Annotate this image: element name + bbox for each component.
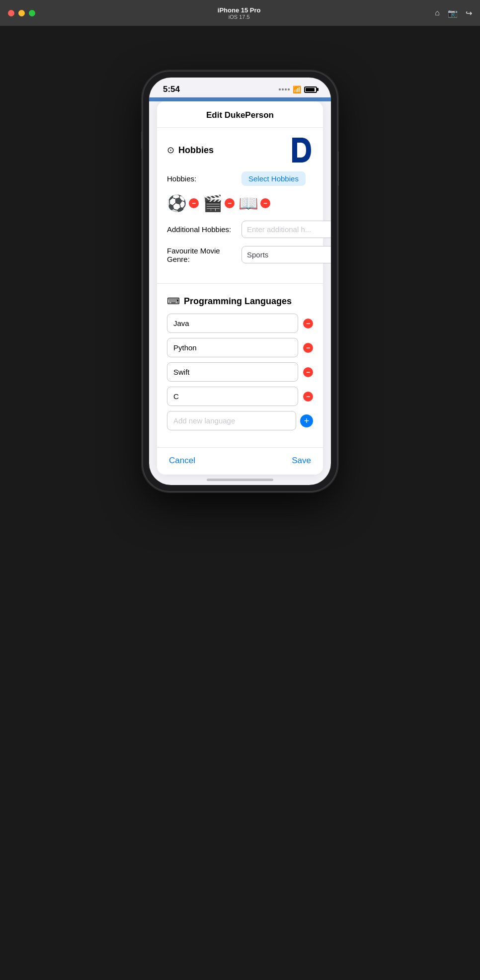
add-language-row: + xyxy=(167,411,313,430)
additional-label: Additional Hobbies: xyxy=(167,225,241,234)
remove-java-button[interactable]: − xyxy=(303,319,313,328)
genre-row: Favourite Movie Genre: xyxy=(167,246,313,263)
reading-emoji: 📖 xyxy=(239,194,258,213)
lang-item-java: − xyxy=(167,314,313,333)
hobbies-section-header: ⊙ Hobbies xyxy=(167,136,313,164)
remove-swift-button[interactable]: − xyxy=(303,367,313,377)
hobbies-label: Hobbies: xyxy=(167,174,241,183)
cancel-button[interactable]: Cancel xyxy=(169,456,195,466)
hobbies-icon: ⊙ xyxy=(167,145,174,156)
hobby-item-reading: 📖 − xyxy=(239,194,270,213)
hobbies-title-row: ⊙ Hobbies xyxy=(167,145,214,156)
signal-icon xyxy=(279,88,290,90)
section-divider xyxy=(157,283,323,284)
hobbies-select-row: Hobbies: Select Hobbies xyxy=(167,171,313,186)
duke-logo xyxy=(288,136,313,164)
add-language-input[interactable] xyxy=(167,411,296,430)
home-indicator xyxy=(207,479,273,481)
phone-wrapper: 5:54 📶 xyxy=(0,52,480,511)
remove-movies-button[interactable]: − xyxy=(225,198,235,208)
genre-label: Favourite Movie Genre: xyxy=(167,246,241,263)
phone-screen: 5:54 📶 xyxy=(149,78,331,485)
select-hobbies-button[interactable]: Select Hobbies xyxy=(241,171,306,186)
programming-title: Programming Languages xyxy=(184,296,292,307)
c-input[interactable] xyxy=(167,387,298,406)
hobbies-title: Hobbies xyxy=(178,145,214,156)
remove-reading-button[interactable]: − xyxy=(260,198,270,208)
lang-item-python: − xyxy=(167,338,313,357)
additional-hobbies-input[interactable] xyxy=(241,221,331,238)
modal-card: Edit DukePerson ⊙ Hobbies xyxy=(157,101,323,475)
remove-soccer-button[interactable]: − xyxy=(189,198,199,208)
minimize-dot[interactable] xyxy=(18,10,25,16)
additional-hobbies-row: Additional Hobbies: xyxy=(167,221,313,238)
mac-toolbar-controls: ⌂ 📷 ↪ xyxy=(435,8,472,18)
remove-c-button[interactable]: − xyxy=(303,392,313,402)
remove-python-button[interactable]: − xyxy=(303,343,313,353)
hobbies-section: ⊙ Hobbies Hobbies: xyxy=(157,128,323,279)
battery-icon xyxy=(304,86,317,93)
status-icons: 📶 xyxy=(279,85,317,93)
home-icon[interactable]: ⌂ xyxy=(435,8,440,18)
rotate-icon[interactable]: ↪ xyxy=(466,8,472,18)
save-button[interactable]: Save xyxy=(292,456,311,466)
add-language-button[interactable]: + xyxy=(300,414,313,427)
python-input[interactable] xyxy=(167,338,298,357)
device-name: iPhone 15 Pro xyxy=(43,6,435,14)
programming-title-row: ⌨ Programming Languages xyxy=(167,296,292,307)
hobby-item-soccer: ⚽ − xyxy=(167,194,199,213)
phone-shell: 5:54 📶 xyxy=(143,72,337,491)
swift-input[interactable] xyxy=(167,362,298,382)
lang-item-swift: − xyxy=(167,362,313,382)
status-bar: 5:54 📶 xyxy=(149,78,331,97)
status-time: 5:54 xyxy=(163,84,180,94)
hobby-item-movies: 🎬 − xyxy=(203,194,235,213)
modal-title: Edit DukePerson xyxy=(206,110,274,120)
soccer-emoji: ⚽ xyxy=(167,194,187,213)
hobby-icons-row: ⚽ − 🎬 − 📖 − xyxy=(167,194,313,213)
close-dot[interactable] xyxy=(8,10,14,16)
modal-footer: Cancel Save xyxy=(157,447,323,475)
movies-emoji: 🎬 xyxy=(203,194,223,213)
ios-version: iOS 17.5 xyxy=(43,14,435,20)
hobbies-select-value: Select Hobbies xyxy=(241,171,313,186)
keyboard-icon: ⌨ xyxy=(167,296,180,307)
lang-item-c: − xyxy=(167,387,313,406)
screenshot-icon[interactable]: 📷 xyxy=(448,8,458,18)
fullscreen-dot[interactable] xyxy=(29,10,35,16)
java-input[interactable] xyxy=(167,314,298,333)
modal-header: Edit DukePerson xyxy=(157,101,323,128)
blue-top-bar xyxy=(149,97,331,101)
programming-section-header: ⌨ Programming Languages xyxy=(167,296,313,307)
programming-section: ⌨ Programming Languages − − xyxy=(157,288,323,443)
wifi-icon: 📶 xyxy=(293,85,301,93)
genre-input[interactable] xyxy=(241,246,331,263)
window-controls xyxy=(8,10,35,16)
device-info: iPhone 15 Pro iOS 17.5 xyxy=(43,6,435,20)
